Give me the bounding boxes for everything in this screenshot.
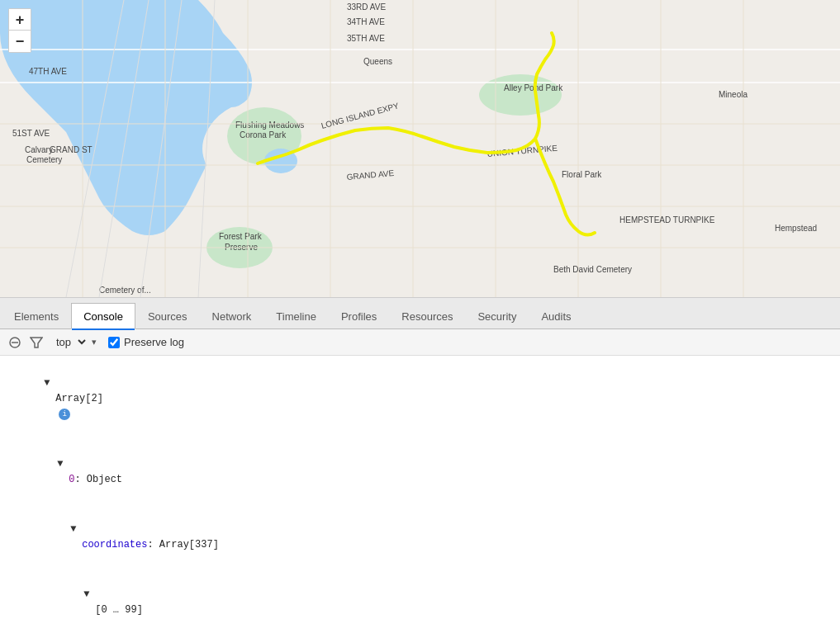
svg-marker-49 [31,338,42,347]
svg-point-1 [479,74,562,116]
tab-profiles[interactable]: Profiles [329,303,389,329]
svg-text:Calvary: Calvary [25,145,53,154]
array2-label: Array[2] [55,393,103,404]
svg-text:51ST AVE: 51ST AVE [12,129,50,138]
console-line: ▼ 0: Object [0,440,840,505]
svg-text:GRAND ST: GRAND ST [50,145,93,154]
tab-console[interactable]: Console [71,303,135,329]
devtools-tab-bar: Elements Console Sources Network Timelin… [0,298,840,329]
toggle-range[interactable]: ▼ [83,587,93,603]
tab-timeline[interactable]: Timeline [263,303,329,329]
key-coordinates: coordinates [82,539,147,551]
tab-security[interactable]: Security [465,303,529,329]
svg-text:Cemetery: Cemetery [26,155,62,164]
svg-text:35TH AVE: 35TH AVE [347,34,385,43]
svg-text:Beth David Cemetery: Beth David Cemetery [553,265,632,274]
svg-text:34TH AVE: 34TH AVE [347,17,385,26]
preserve-log-wrap: Preserve log [108,336,184,348]
svg-text:Hempstead: Hempstead [775,224,817,233]
tab-resources[interactable]: Resources [389,303,465,329]
map-zoom-controls: + − [8,8,31,53]
preserve-log-label: Preserve log [124,336,184,348]
svg-text:Mineola: Mineola [719,90,747,99]
sep2: : Array[337] [147,539,218,551]
svg-text:Queens: Queens [363,57,392,66]
tab-elements[interactable]: Elements [2,303,71,329]
map-container: Alley Pond Park Flushing Meadows Corona … [0,0,840,297]
info-icon[interactable]: i [59,409,70,420]
filter-icon[interactable] [28,334,45,351]
console-output: ▼ Array[2] i ▼ 0: Object ▼ coordinates: … [0,356,840,638]
toggle-coords[interactable]: ▼ [70,522,80,537]
range-label: [0 … 99] [95,604,143,616]
zoom-out-button[interactable]: − [9,31,31,52]
tab-audits[interactable]: Audits [529,303,583,329]
zoom-in-button[interactable]: + [9,9,31,31]
svg-text:Corona Park: Corona Park [240,130,287,139]
context-selector-wrap: top ▾ [50,333,97,351]
svg-text:Cemetery of...: Cemetery of... [99,286,151,295]
console-line: ▼ 0: Array[2] [0,635,840,638]
console-line: ▼ [0 … 99] [0,569,840,635]
svg-text:Flushing Meadows: Flushing Meadows [235,121,304,130]
toggle-array2[interactable]: ▼ [44,376,54,391]
svg-text:Forest Park: Forest Park [219,232,263,241]
console-line: ▼ coordinates: Array[337] [0,505,840,570]
context-dropdown-arrow: ▾ [92,337,97,347]
devtools-panel: Elements Console Sources Network Timelin… [0,297,840,638]
svg-text:33RD AVE: 33RD AVE [347,2,386,12]
svg-text:Floral Park: Floral Park [562,170,602,179]
context-selector[interactable]: top [50,333,88,351]
svg-text:HEMPSTEAD TURNPIKE: HEMPSTEAD TURNPIKE [619,215,715,224]
sep: : Object [74,474,122,485]
console-line: ▼ Array[2] i [0,359,840,440]
svg-text:47TH AVE: 47TH AVE [29,67,67,76]
console-toolbar: top ▾ Preserve log [0,329,840,356]
tab-sources[interactable]: Sources [135,303,200,329]
preserve-log-checkbox[interactable] [108,337,120,348]
toggle-obj0[interactable]: ▼ [57,456,67,472]
tab-network[interactable]: Network [200,303,264,329]
clear-console-icon[interactable] [7,334,23,351]
